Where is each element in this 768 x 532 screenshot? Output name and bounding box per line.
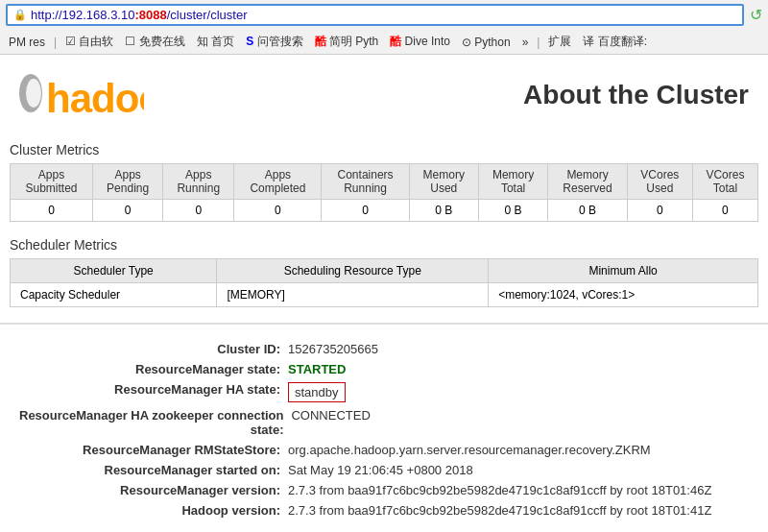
label-started-on: ResourceManager started on: [19,463,288,477]
val-memory-reserved: 0 B [548,200,628,222]
section-divider [0,323,768,325]
val-memory-total: 0 B [478,200,547,222]
val-scheduling-resource-type: [MEMORY] [217,283,489,307]
address-bar[interactable]: 🔒 http://192.168.3.10:8088/cluster/clust… [6,4,744,26]
col-vcores-total: VCoresTotal [692,164,757,200]
cluster-metrics-title: Cluster Metrics [10,142,758,157]
page-content: hadoop About the Cluster Cluster Metrics… [0,55,768,532]
metrics-header-row: AppsSubmitted AppsPending AppsRunning Ap… [11,164,758,200]
url-display: http://192.168.3.10:8088/cluster/cluster [31,8,248,22]
address-bar-row: 🔒 http://192.168.3.10:8088/cluster/clust… [0,0,768,30]
cluster-metrics-section: Cluster Metrics AppsSubmitted AppsPendin… [0,134,768,230]
info-started-on: ResourceManager started on: Sat May 19 2… [19,463,749,477]
info-hadoop-version: Hadoop version: 2.7.3 from baa91f7c6bc9c… [19,503,749,518]
val-hadoop-version: 2.7.3 from baa91f7c6bc9cb92be5982de4719c… [288,503,749,518]
label-rm-version: ResourceManager version: [19,483,288,497]
val-vcores-used: 0 [627,200,692,222]
info-zookeeper: ResourceManager HA zookeeper connections… [19,408,749,437]
hadoop-logo-svg: hadoop [19,64,144,122]
bookmark-ext[interactable]: 扩展 [543,32,576,52]
info-rm-ha-state: ResourceManager HA state: standby [19,382,749,402]
ha-state-badge: standby [288,382,346,402]
col-containers-running: ContainersRunning [322,164,409,200]
col-memory-used: MemoryUsed [409,164,478,200]
col-memory-total: MemoryTotal [478,164,547,200]
bookmark-online[interactable]: ☐ 免费在线 [120,32,189,52]
label-cluster-id: Cluster ID: [19,342,288,356]
page-header: hadoop About the Cluster [0,55,768,134]
val-rmstatestore: org.apache.hadoop.yarn.server.resourcema… [288,443,749,457]
info-rmstatestore: ResourceManager RMStateStore: org.apache… [19,443,749,457]
val-cluster-id: 1526735205665 [288,342,749,356]
bookmark-python1[interactable]: 酷 简明 Pyth [310,32,384,52]
bookmark-home[interactable]: 知 首页 [192,32,239,52]
page-title: About the Cluster [523,80,749,110]
info-rm-version: ResourceManager version: 2.7.3 from baa9… [19,483,749,497]
val-containers-running: 0 [322,200,409,222]
scheduler-header-row: Scheduler Type Scheduling Resource Type … [11,259,758,283]
scheduler-data-row: Capacity Scheduler [MEMORY] <memory:1024… [11,283,758,307]
val-apps-running: 0 [163,200,234,222]
val-minimum-alloc: <memory:1024, vCores:1> [489,283,758,307]
bookmarks-bar: PM res | ☑ 自由软 ☐ 免费在线 知 首页 S 问管搜索 酷 简明 P… [0,30,768,54]
metrics-data-row: 0 0 0 0 0 0 B 0 B 0 B 0 0 [11,200,758,222]
scheduler-metrics-title: Scheduler Metrics [10,237,758,253]
col-apps-completed: AppsCompleted [234,164,322,200]
col-scheduling-resource-type: Scheduling Resource Type [217,259,489,283]
col-minimum-alloc: Minimum Allo [489,259,758,283]
val-memory-used: 0 B [409,200,478,222]
label-rmstatestore: ResourceManager RMStateStore: [19,443,288,457]
hadoop-logo: hadoop [19,64,144,125]
col-apps-pending: AppsPending [93,164,163,200]
info-cluster-id: Cluster ID: 1526735205665 [19,342,749,356]
info-rm-state: ResourceManager state: STARTED [19,362,749,376]
col-scheduler-type: Scheduler Type [11,259,217,283]
val-started-on: Sat May 19 21:06:45 +0800 2018 [288,463,749,477]
label-hadoop-version: Hadoop version: [19,503,288,518]
val-apps-submitted: 0 [11,200,93,222]
val-rm-ha-state: standby [288,382,749,402]
val-zookeeper: CONNECTED [291,408,749,423]
bookmark-pm[interactable]: PM res [4,34,50,51]
lock-icon: 🔒 [13,9,27,21]
col-apps-submitted: AppsSubmitted [11,164,93,200]
bookmark-translate[interactable]: 译 百度翻译: [578,32,652,52]
bookmark-more[interactable]: » [517,34,534,51]
val-vcores-total: 0 [692,200,757,222]
cluster-metrics-table: AppsSubmitted AppsPending AppsRunning Ap… [10,163,758,222]
svg-point-1 [26,79,41,108]
val-apps-pending: 0 [93,200,163,222]
browser-chrome: 🔒 http://192.168.3.10:8088/cluster/clust… [0,0,768,55]
val-apps-completed: 0 [234,200,322,222]
svg-text:hadoop: hadoop [46,76,144,121]
bookmark-diveinto[interactable]: 酷 Dive Into [385,32,455,52]
val-scheduler-type: Capacity Scheduler [11,283,217,307]
label-rm-state: ResourceManager state: [19,362,288,376]
scheduler-metrics-table: Scheduler Type Scheduling Resource Type … [10,258,758,307]
bookmark-python2[interactable]: ⊙ Python [457,34,516,51]
col-apps-running: AppsRunning [163,164,234,200]
bookmark-free[interactable]: ☑ 自由软 [60,32,118,52]
bookmark-search[interactable]: S 问管搜索 [241,32,307,52]
col-memory-reserved: MemoryReserved [548,164,628,200]
val-rm-version: 2.7.3 from baa91f7c6bc9cb92be5982de4719c… [288,483,749,497]
refresh-icon[interactable]: ↺ [750,6,762,24]
scheduler-metrics-section: Scheduler Metrics Scheduler Type Schedul… [0,230,768,315]
col-vcores-used: VCoresUsed [627,164,692,200]
val-rm-state: STARTED [288,362,749,376]
cluster-info-section: Cluster ID: 1526735205665 ResourceManage… [0,332,768,532]
label-rm-ha-state: ResourceManager HA state: [19,382,288,397]
label-zookeeper: ResourceManager HA zookeeper connections… [19,408,291,437]
